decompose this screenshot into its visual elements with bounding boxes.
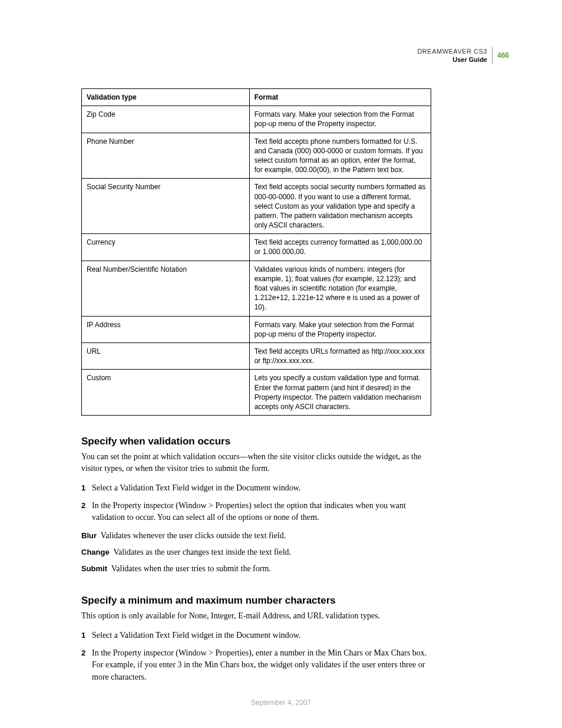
section-intro: You can set the point at which validatio… (81, 451, 431, 475)
definition-item: Blur Validates whenever the user clicks … (81, 530, 431, 542)
table-header-format: Format (249, 89, 431, 106)
header-title-block: DREAMWEAVER CS3 User Guide (417, 47, 492, 64)
table-cell-format: Text field accepts currency formatted as… (249, 234, 431, 261)
definition-term: Change (81, 548, 110, 556)
table-cell-type: Currency (82, 234, 250, 261)
table-cell-format: Lets you specify a custom validation typ… (249, 370, 431, 416)
table-cell-type: URL (82, 342, 250, 369)
step-text: In the Property inspector (Window > Prop… (92, 500, 431, 524)
table-row: Real Number/Scientific Notation Validate… (82, 261, 431, 316)
table-cell-format: Text field accepts social security numbe… (249, 179, 431, 234)
definition-text: Validates whenever the user clicks outsi… (101, 531, 286, 540)
definition-term: Blur (81, 531, 97, 540)
step-text: Select a Validation Text Field widget in… (92, 630, 431, 641)
step-number: 1 (81, 483, 92, 494)
table-cell-format: Formats vary. Make your selection from t… (249, 106, 431, 133)
step-number: 1 (81, 630, 92, 641)
table-row: IP Address Formats vary. Make your selec… (82, 316, 431, 342)
step-text: In the Property inspector (Window > Prop… (92, 647, 431, 683)
step-item: 2 In the Property inspector (Window > Pr… (81, 500, 431, 524)
table-cell-format: Text field accepts URLs formatted as htt… (249, 342, 431, 369)
page-number: 466 (492, 51, 509, 60)
table-row: Social Security Number Text field accept… (82, 179, 431, 234)
section-heading-validation-occurs: Specify when validation occurs (81, 436, 431, 447)
definition-text: Validates when the user tries to submit … (111, 564, 271, 573)
table-cell-type: Phone Number (82, 133, 250, 179)
definition-term: Submit (81, 564, 107, 573)
section-heading-min-max-chars: Specify a minimum and maximum number cha… (81, 595, 431, 607)
table-cell-type: Real Number/Scientific Notation (82, 261, 250, 316)
table-row: Custom Lets you specify a custom validat… (82, 370, 431, 416)
guide-label: User Guide (417, 55, 487, 64)
page-content: Validation type Format Zip Code Formats … (81, 88, 431, 689)
table-cell-type: Zip Code (82, 106, 250, 133)
table-row: Zip Code Formats vary. Make your selecti… (82, 106, 431, 133)
step-text: Select a Validation Text Field widget in… (92, 482, 431, 494)
table-row: Currency Text field accepts currency for… (82, 234, 431, 261)
table-cell-type: Custom (82, 370, 250, 416)
table-row: URL Text field accepts URLs formatted as… (82, 342, 431, 369)
step-item: 1 Select a Validation Text Field widget … (81, 482, 431, 494)
table-cell-format: Text field accepts phone numbers formatt… (249, 133, 431, 179)
table-header-row: Validation type Format (82, 89, 431, 106)
page-header: DREAMWEAVER CS3 User Guide 466 (0, 47, 509, 64)
definition-text: Validates as the user changes text insid… (113, 548, 291, 556)
step-number: 2 (81, 500, 92, 512)
table-cell-type: IP Address (82, 316, 250, 342)
footer-date: September 4, 2007 (0, 699, 562, 707)
section-intro: This option is only available for None, … (81, 610, 431, 622)
definition-item: Submit Validates when the user tries to … (81, 563, 431, 575)
product-name: DREAMWEAVER CS3 (417, 47, 487, 55)
step-item: 2 In the Property inspector (Window > Pr… (81, 647, 431, 683)
validation-table: Validation type Format Zip Code Formats … (81, 88, 431, 416)
table-cell-format: Validates various kinds of numbers: inte… (249, 261, 431, 316)
table-cell-type: Social Security Number (82, 179, 250, 234)
step-item: 1 Select a Validation Text Field widget … (81, 630, 431, 641)
table-header-type: Validation type (82, 89, 250, 106)
definition-item: Change Validates as the user changes tex… (81, 546, 431, 558)
step-number: 2 (81, 648, 92, 659)
table-cell-format: Formats vary. Make your selection from t… (249, 316, 431, 342)
table-row: Phone Number Text field accepts phone nu… (82, 133, 431, 179)
